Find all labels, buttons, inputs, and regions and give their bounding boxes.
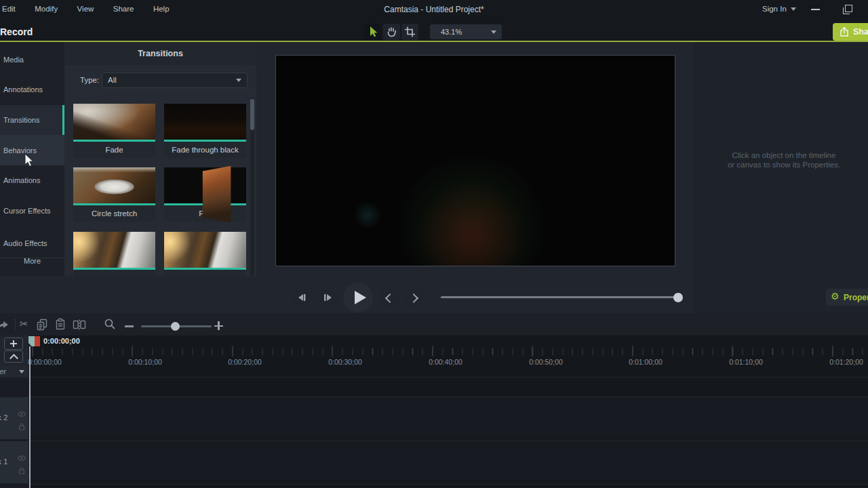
track-label: Track 2 bbox=[0, 413, 7, 422]
sidebar-item-more[interactable]: More bbox=[0, 258, 64, 277]
crop-tool-button[interactable] bbox=[401, 24, 418, 40]
track-2-header[interactable]: Track 2 bbox=[0, 397, 28, 439]
mouse-cursor-icon bbox=[23, 153, 34, 168]
message-line-1: Click an object on the timeline bbox=[707, 150, 861, 160]
transition-thumbnail bbox=[73, 104, 155, 140]
eye-icon[interactable] bbox=[18, 455, 26, 462]
sidebar-label: Transitions bbox=[3, 116, 39, 124]
sidebar-item-media[interactable]: Media bbox=[0, 46, 64, 73]
transition-circle-stretch[interactable]: Circle stretch bbox=[73, 167, 155, 222]
transition-name bbox=[164, 270, 246, 277]
ruler-label: 0:00:00;00 bbox=[28, 358, 62, 366]
playhead-handle[interactable] bbox=[28, 336, 35, 346]
record-button[interactable]: Record bbox=[0, 26, 33, 37]
transition-type-dropdown[interactable]: All bbox=[102, 73, 248, 88]
sidebar-label: Cursor Effects bbox=[3, 207, 51, 215]
pan-tool-button[interactable] bbox=[383, 24, 400, 40]
select-tool-button[interactable] bbox=[364, 24, 381, 40]
sidebar-item-animations[interactable]: Animations bbox=[0, 167, 64, 194]
transition-fade[interactable]: Fade bbox=[73, 104, 155, 158]
playhead-line[interactable] bbox=[29, 346, 31, 488]
ruler-label: 0:00:20;00 bbox=[228, 358, 262, 366]
message-line-2: or canvas to show its Properties. bbox=[707, 160, 861, 169]
track-1-header[interactable]: Track 1 bbox=[0, 441, 28, 483]
seek-slider[interactable] bbox=[441, 296, 678, 298]
restore-icon bbox=[843, 7, 850, 14]
transition-thumbnail bbox=[73, 167, 155, 203]
collapse-tracks-button[interactable] bbox=[4, 350, 23, 363]
hand-icon bbox=[383, 24, 400, 40]
track-1-content[interactable] bbox=[28, 441, 868, 483]
sidebar-item-cursor-effects[interactable]: Cursor Effects bbox=[0, 197, 64, 224]
lock-icon[interactable] bbox=[18, 423, 25, 430]
seek-slider-handle[interactable] bbox=[673, 293, 683, 302]
gear-icon: ⚙ bbox=[831, 291, 840, 302]
cut-button[interactable]: ✂ bbox=[20, 318, 28, 330]
transition-name: Circle stretch bbox=[73, 205, 155, 222]
restore-window-button[interactable] bbox=[845, 5, 852, 12]
playhead-handle-red[interactable] bbox=[35, 336, 40, 346]
transitions-panel: Transitions Type: All Fade Fade through … bbox=[64, 42, 256, 277]
step-back-button[interactable] bbox=[292, 289, 310, 306]
properties-empty-message: Click an object on the timeline or canva… bbox=[707, 150, 861, 169]
ruler-label: 0:00:50;00 bbox=[529, 358, 563, 366]
share-button[interactable]: Share bbox=[833, 23, 868, 41]
step-forward-button[interactable] bbox=[319, 289, 337, 306]
split-button[interactable] bbox=[72, 318, 87, 331]
chevron-up-icon bbox=[9, 354, 18, 363]
ruler-label: 0:00:10;00 bbox=[128, 358, 162, 366]
share-icon bbox=[839, 26, 850, 37]
row-separator bbox=[0, 377, 868, 378]
share-label: Share bbox=[853, 27, 868, 37]
timeline-zoom-handle[interactable] bbox=[171, 322, 180, 331]
sign-in-label: Sign In bbox=[762, 5, 787, 13]
sidebar-item-transitions[interactable]: Transitions bbox=[0, 105, 64, 135]
transition-flip[interactable]: Flip bbox=[164, 167, 246, 222]
transition-fade-through-black[interactable]: Fade through black bbox=[164, 104, 246, 158]
properties-button[interactable]: ⚙ Properties bbox=[826, 289, 868, 306]
type-value: All bbox=[108, 76, 117, 84]
panel-scrollbar[interactable] bbox=[250, 98, 254, 276]
play-button[interactable] bbox=[343, 283, 373, 312]
play-icon bbox=[355, 291, 366, 304]
sign-in-button[interactable]: Sign In bbox=[762, 5, 796, 13]
canvas-zoom-dropdown[interactable]: 43.1% bbox=[430, 24, 502, 39]
transition-thumbnail bbox=[164, 167, 246, 203]
chevron-left-icon bbox=[385, 293, 395, 303]
sidebar-item-annotations[interactable]: Annotations bbox=[0, 76, 64, 103]
preview-canvas[interactable] bbox=[275, 55, 675, 266]
ruler-minor-ticks[interactable] bbox=[28, 348, 868, 355]
chevron-down-icon bbox=[491, 30, 496, 34]
playhead-time: 0:00:00;00 bbox=[43, 337, 80, 345]
ruler-label: 0:00:40;00 bbox=[429, 358, 462, 366]
transition-thumbnail bbox=[73, 232, 155, 268]
step-forward-icon bbox=[319, 289, 337, 306]
marker-label: Marker bbox=[0, 367, 6, 375]
crop-icon bbox=[401, 24, 418, 40]
transition-thumbnail bbox=[164, 232, 246, 268]
paste-button[interactable] bbox=[54, 318, 67, 331]
cursor-arrow-icon bbox=[364, 24, 381, 40]
transition-name: Fade through black bbox=[164, 142, 246, 158]
previous-button[interactable] bbox=[379, 288, 398, 307]
transition-partial[interactable] bbox=[73, 232, 155, 277]
chevron-down-icon bbox=[791, 7, 796, 11]
chevron-down-icon bbox=[236, 79, 241, 82]
zoom-out-button[interactable] bbox=[125, 325, 134, 327]
eye-icon[interactable] bbox=[18, 411, 26, 418]
minimize-button[interactable] bbox=[811, 9, 820, 10]
transition-partial[interactable] bbox=[164, 232, 246, 277]
zoom-icon bbox=[103, 317, 117, 331]
copy-button[interactable] bbox=[35, 318, 49, 331]
lock-icon[interactable] bbox=[18, 467, 25, 474]
ruler-label: 0:00:30;00 bbox=[328, 358, 362, 366]
track-2-content[interactable] bbox=[28, 397, 868, 439]
redo-icon[interactable] bbox=[0, 318, 10, 331]
sidebar-label: More bbox=[0, 247, 64, 270]
add-track-button[interactable] bbox=[4, 338, 23, 350]
marker-dropdown[interactable]: Marker bbox=[0, 366, 28, 377]
zoom-in-button[interactable] bbox=[214, 321, 223, 330]
row-separator bbox=[28, 484, 868, 485]
next-button[interactable] bbox=[405, 288, 424, 307]
scrollbar-thumb[interactable] bbox=[250, 99, 254, 130]
